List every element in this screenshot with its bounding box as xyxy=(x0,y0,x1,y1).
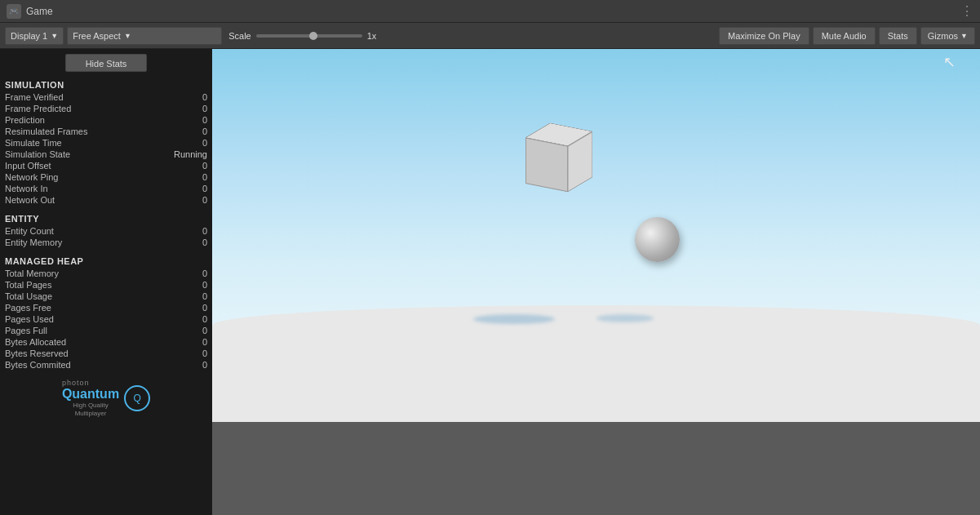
title-bar: 🎮 Game ⋮ xyxy=(0,0,980,23)
logo-photon-text: photon xyxy=(62,379,119,387)
main-content: Hide Stats SIMULATION Frame Verified0Fra… xyxy=(0,49,980,515)
simulation-rows: Frame Verified0Frame Predicted0Predictio… xyxy=(0,91,212,206)
table-row: Bytes Reserved0 xyxy=(0,348,212,359)
stats-panel: Hide Stats SIMULATION Frame Verified0Fra… xyxy=(0,49,212,515)
stat-value: 0 xyxy=(175,360,207,370)
stat-value: 0 xyxy=(175,195,207,205)
logo-circle-icon: Q xyxy=(124,385,150,411)
entity-section-title: ENTITY xyxy=(0,211,212,225)
aspect-chevron-icon: ▼ xyxy=(124,32,131,40)
simulation-section-title: SIMULATION xyxy=(0,77,212,91)
stat-value: 0 xyxy=(175,138,207,148)
table-row: Entity Memory0 xyxy=(0,237,212,248)
stat-label: Bytes Allocated xyxy=(5,337,66,347)
table-row: Bytes Allocated0 xyxy=(0,336,212,348)
stat-label: Frame Verified xyxy=(5,92,64,102)
stat-label: Pages Used xyxy=(5,314,54,324)
gizmos-button[interactable]: Gizmos ▼ xyxy=(920,27,975,45)
display-dropdown[interactable]: Display 1 ▼ xyxy=(5,27,64,45)
table-row: Pages Used0 xyxy=(0,313,212,325)
table-row: Pages Free0 xyxy=(0,302,212,313)
logo-quantum-text: Quantum xyxy=(62,387,119,402)
stat-label: Network In xyxy=(5,184,48,193)
table-row: Total Usage0 xyxy=(0,291,212,302)
stat-label: Bytes Commited xyxy=(5,360,71,370)
stat-label: Pages Free xyxy=(5,303,51,313)
stat-value: 0 xyxy=(175,269,207,278)
display-chevron-icon: ▼ xyxy=(51,32,58,40)
ground-dark xyxy=(212,422,980,515)
heap-section-title: MANAGED HEAP xyxy=(0,253,212,268)
table-row: Bytes Commited0 xyxy=(0,359,212,371)
cube-face-front xyxy=(525,137,568,192)
scale-slider[interactable] xyxy=(256,34,362,38)
stat-label: Simulate Time xyxy=(5,138,62,148)
stat-label: Frame Predicted xyxy=(5,104,71,113)
stat-value: 0 xyxy=(175,92,207,102)
stat-value: 0 xyxy=(175,314,207,324)
stat-label: Simulation State xyxy=(5,149,70,159)
stat-value: 0 xyxy=(175,337,207,347)
maximize-button[interactable]: Maximize On Play xyxy=(719,27,809,45)
stat-value: 0 xyxy=(175,238,207,247)
logo-box: photon Quantum High Quality Multiplayer … xyxy=(62,379,150,418)
aspect-label: Free Aspect xyxy=(73,31,121,41)
stat-label: Input Offset xyxy=(5,161,51,171)
gizmos-chevron-icon: ▼ xyxy=(960,32,968,40)
stat-label: Total Usage xyxy=(5,291,52,301)
title-bar-menu-icon[interactable]: ⋮ xyxy=(960,3,973,19)
stat-value: 0 xyxy=(175,326,207,335)
table-row: Simulate Time0 xyxy=(0,137,212,149)
scale-label: Scale xyxy=(228,31,251,41)
stat-value: 0 xyxy=(175,184,207,193)
table-row: Network Out0 xyxy=(0,194,212,206)
scene-container: ↖ xyxy=(212,49,980,515)
stat-label: Entity Memory xyxy=(5,238,62,247)
table-row: Input Offset0 xyxy=(0,160,212,171)
scale-section: Scale 1x xyxy=(228,31,376,41)
table-row: Pages Full0 xyxy=(0,325,212,336)
stat-label: Total Memory xyxy=(5,269,59,278)
stat-value: 0 xyxy=(175,127,207,136)
stat-label: Prediction xyxy=(5,115,45,125)
scale-value: 1x xyxy=(367,31,377,41)
game-viewport[interactable]: ↖ xyxy=(212,49,980,515)
aspect-dropdown[interactable]: Free Aspect ▼ xyxy=(67,27,222,45)
stat-label: Total Pages xyxy=(5,280,51,290)
stats-button[interactable]: Stats xyxy=(879,27,917,45)
scale-thumb[interactable] xyxy=(309,32,317,40)
toolbar: Display 1 ▼ Free Aspect ▼ Scale 1x Maxim… xyxy=(0,23,980,49)
stat-value: 0 xyxy=(175,349,207,358)
logo-subtitle: High Quality Multiplayer xyxy=(62,402,119,419)
sphere-object xyxy=(635,217,680,262)
logo-area: photon Quantum High Quality Multiplayer … xyxy=(0,371,212,423)
stat-label: Network Out xyxy=(5,195,55,205)
cube-object xyxy=(534,133,600,198)
table-row: Entity Count0 xyxy=(0,225,212,237)
hide-stats-button[interactable]: Hide Stats xyxy=(65,54,147,72)
window-title: Game xyxy=(26,6,53,17)
stat-value: Running xyxy=(174,149,207,159)
stat-label: Resimulated Frames xyxy=(5,127,87,136)
mute-button[interactable]: Mute Audio xyxy=(813,27,876,45)
heap-rows: Total Memory0Total Pages0Total Usage0Pag… xyxy=(0,268,212,371)
table-row: Frame Verified0 xyxy=(0,91,212,103)
game-icon: 🎮 xyxy=(7,4,21,19)
table-row: Network In0 xyxy=(0,183,212,194)
stat-label: Pages Full xyxy=(5,326,47,335)
stat-value: 0 xyxy=(175,115,207,125)
table-row: Total Memory0 xyxy=(0,268,212,279)
table-row: Resimulated Frames0 xyxy=(0,126,212,137)
table-row: Frame Predicted0 xyxy=(0,103,212,114)
entity-rows: Entity Count0Entity Memory0 xyxy=(0,225,212,248)
stat-value: 0 xyxy=(175,161,207,171)
table-row: Prediction0 xyxy=(0,114,212,126)
stat-value: 0 xyxy=(175,291,207,301)
stat-label: Network Ping xyxy=(5,172,58,182)
stat-value: 0 xyxy=(175,104,207,113)
stat-value: 0 xyxy=(175,226,207,236)
table-row: Network Ping0 xyxy=(0,171,212,183)
stat-label: Entity Count xyxy=(5,226,54,236)
display-label: Display 1 xyxy=(11,31,47,41)
stat-label: Bytes Reserved xyxy=(5,349,69,358)
